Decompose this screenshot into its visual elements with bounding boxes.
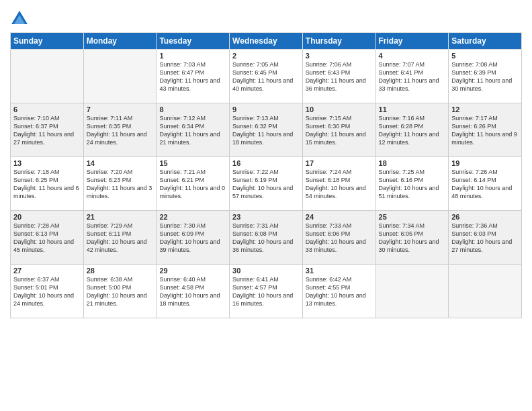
calendar-cell: 22Sunrise: 7:30 AM Sunset: 6:09 PM Dayli… [157,211,230,265]
day-number: 20 [13,213,81,221]
calendar-cell: 11Sunrise: 7:16 AM Sunset: 6:28 PM Dayli… [375,103,449,157]
calendar-cell: 16Sunrise: 7:22 AM Sunset: 6:19 PM Dayli… [230,157,303,211]
day-number: 26 [451,213,519,221]
calendar-cell: 12Sunrise: 7:17 AM Sunset: 6:26 PM Dayli… [449,103,522,157]
day-number: 9 [232,105,300,113]
weekday-header-row: SundayMondayTuesdayWednesdayThursdayFrid… [11,33,522,50]
calendar-cell [83,50,157,103]
day-info: Sunrise: 7:13 AM Sunset: 6:32 PM Dayligh… [232,114,300,147]
day-info: Sunrise: 7:08 AM Sunset: 6:39 PM Dayligh… [451,60,519,93]
day-info: Sunrise: 7:07 AM Sunset: 6:41 PM Dayligh… [379,60,446,93]
calendar-cell: 2Sunrise: 7:05 AM Sunset: 6:45 PM Daylig… [230,50,303,103]
day-number: 19 [451,159,519,167]
calendar-cell: 23Sunrise: 7:31 AM Sunset: 6:08 PM Dayli… [230,211,303,265]
day-number: 6 [13,105,81,113]
day-info: Sunrise: 7:17 AM Sunset: 6:26 PM Dayligh… [451,114,519,147]
day-info: Sunrise: 7:33 AM Sunset: 6:06 PM Dayligh… [306,222,373,255]
day-number: 24 [306,213,373,221]
day-info: Sunrise: 7:15 AM Sunset: 6:30 PM Dayligh… [306,114,373,147]
day-info: Sunrise: 7:03 AM Sunset: 6:47 PM Dayligh… [159,60,226,93]
page: SundayMondayTuesdayWednesdayThursdayFrid… [0,0,532,411]
calendar-week-1: 1Sunrise: 7:03 AM Sunset: 6:47 PM Daylig… [11,50,522,103]
day-info: Sunrise: 7:16 AM Sunset: 6:28 PM Dayligh… [379,114,446,147]
day-info: Sunrise: 7:31 AM Sunset: 6:08 PM Dayligh… [232,222,300,255]
calendar-cell: 17Sunrise: 7:24 AM Sunset: 6:18 PM Dayli… [302,157,375,211]
weekday-header-thursday: Thursday [302,33,375,50]
day-info: Sunrise: 7:05 AM Sunset: 6:45 PM Dayligh… [232,60,300,93]
day-number: 2 [232,52,300,60]
calendar-cell: 3Sunrise: 7:06 AM Sunset: 6:43 PM Daylig… [302,50,375,103]
calendar-cell: 19Sunrise: 7:26 AM Sunset: 6:14 PM Dayli… [449,157,522,211]
calendar-cell: 28Sunrise: 6:38 AM Sunset: 5:00 PM Dayli… [83,265,157,318]
calendar-cell: 9Sunrise: 7:13 AM Sunset: 6:32 PM Daylig… [230,103,303,157]
calendar-cell: 7Sunrise: 7:11 AM Sunset: 6:35 PM Daylig… [83,103,157,157]
day-number: 25 [379,213,446,221]
day-number: 31 [306,267,373,275]
day-info: Sunrise: 7:22 AM Sunset: 6:19 PM Dayligh… [232,168,300,201]
calendar-cell: 4Sunrise: 7:07 AM Sunset: 6:41 PM Daylig… [375,50,449,103]
day-number: 29 [159,267,226,275]
day-number: 3 [306,52,373,60]
weekday-header-sunday: Sunday [11,33,84,50]
day-info: Sunrise: 7:25 AM Sunset: 6:16 PM Dayligh… [379,168,446,201]
calendar-cell [375,265,449,318]
day-info: Sunrise: 7:24 AM Sunset: 6:18 PM Dayligh… [306,168,373,201]
calendar-cell: 24Sunrise: 7:33 AM Sunset: 6:06 PM Dayli… [302,211,375,265]
day-number: 18 [379,159,446,167]
calendar-cell: 10Sunrise: 7:15 AM Sunset: 6:30 PM Dayli… [302,103,375,157]
calendar-cell: 21Sunrise: 7:29 AM Sunset: 6:11 PM Dayli… [83,211,157,265]
day-info: Sunrise: 6:41 AM Sunset: 4:57 PM Dayligh… [232,275,300,308]
calendar-cell: 29Sunrise: 6:40 AM Sunset: 4:58 PM Dayli… [157,265,230,318]
calendar-cell: 26Sunrise: 7:36 AM Sunset: 6:03 PM Dayli… [449,211,522,265]
day-info: Sunrise: 6:38 AM Sunset: 5:00 PM Dayligh… [87,275,154,308]
day-info: Sunrise: 7:30 AM Sunset: 6:09 PM Dayligh… [159,222,226,255]
calendar-cell: 25Sunrise: 7:34 AM Sunset: 6:05 PM Dayli… [375,211,449,265]
weekday-header-monday: Monday [83,33,157,50]
day-number: 23 [232,213,300,221]
day-info: Sunrise: 7:34 AM Sunset: 6:05 PM Dayligh… [379,222,446,255]
day-number: 21 [87,213,154,221]
day-number: 14 [87,159,154,167]
calendar-cell: 1Sunrise: 7:03 AM Sunset: 6:47 PM Daylig… [157,50,230,103]
day-number: 11 [379,105,446,113]
calendar-cell: 20Sunrise: 7:28 AM Sunset: 6:13 PM Dayli… [11,211,84,265]
day-number: 8 [159,105,226,113]
day-info: Sunrise: 7:10 AM Sunset: 6:37 PM Dayligh… [13,114,81,147]
calendar-cell: 5Sunrise: 7:08 AM Sunset: 6:39 PM Daylig… [449,50,522,103]
calendar-cell [449,265,522,318]
day-info: Sunrise: 7:11 AM Sunset: 6:35 PM Dayligh… [87,114,154,147]
calendar-cell: 31Sunrise: 6:42 AM Sunset: 4:55 PM Dayli… [302,265,375,318]
calendar-cell [11,50,84,103]
day-info: Sunrise: 6:37 AM Sunset: 5:01 PM Dayligh… [13,275,81,308]
day-number: 16 [232,159,300,167]
day-number: 5 [451,52,519,60]
day-info: Sunrise: 7:20 AM Sunset: 6:23 PM Dayligh… [87,168,154,201]
day-info: Sunrise: 6:42 AM Sunset: 4:55 PM Dayligh… [306,275,373,308]
calendar-cell: 27Sunrise: 6:37 AM Sunset: 5:01 PM Dayli… [11,265,84,318]
calendar-week-4: 20Sunrise: 7:28 AM Sunset: 6:13 PM Dayli… [11,211,522,265]
calendar-week-2: 6Sunrise: 7:10 AM Sunset: 6:37 PM Daylig… [11,103,522,157]
weekday-header-friday: Friday [375,33,449,50]
calendar-week-3: 13Sunrise: 7:18 AM Sunset: 6:25 PM Dayli… [11,157,522,211]
logo [10,9,32,28]
day-info: Sunrise: 7:12 AM Sunset: 6:34 PM Dayligh… [159,114,226,147]
day-number: 22 [159,213,226,221]
calendar-cell: 18Sunrise: 7:25 AM Sunset: 6:16 PM Dayli… [375,157,449,211]
day-number: 30 [232,267,300,275]
calendar-cell: 13Sunrise: 7:18 AM Sunset: 6:25 PM Dayli… [11,157,84,211]
day-number: 17 [306,159,373,167]
day-number: 12 [451,105,519,113]
day-info: Sunrise: 7:36 AM Sunset: 6:03 PM Dayligh… [451,222,519,255]
day-number: 10 [306,105,373,113]
logo-icon [10,9,29,28]
day-info: Sunrise: 7:29 AM Sunset: 6:11 PM Dayligh… [87,222,154,255]
calendar-cell: 14Sunrise: 7:20 AM Sunset: 6:23 PM Dayli… [83,157,157,211]
calendar-cell: 15Sunrise: 7:21 AM Sunset: 6:21 PM Dayli… [157,157,230,211]
calendar-week-5: 27Sunrise: 6:37 AM Sunset: 5:01 PM Dayli… [11,265,522,318]
calendar-cell: 6Sunrise: 7:10 AM Sunset: 6:37 PM Daylig… [11,103,84,157]
day-info: Sunrise: 7:26 AM Sunset: 6:14 PM Dayligh… [451,168,519,201]
day-number: 13 [13,159,81,167]
header [10,7,522,28]
day-number: 28 [87,267,154,275]
day-number: 27 [13,267,81,275]
